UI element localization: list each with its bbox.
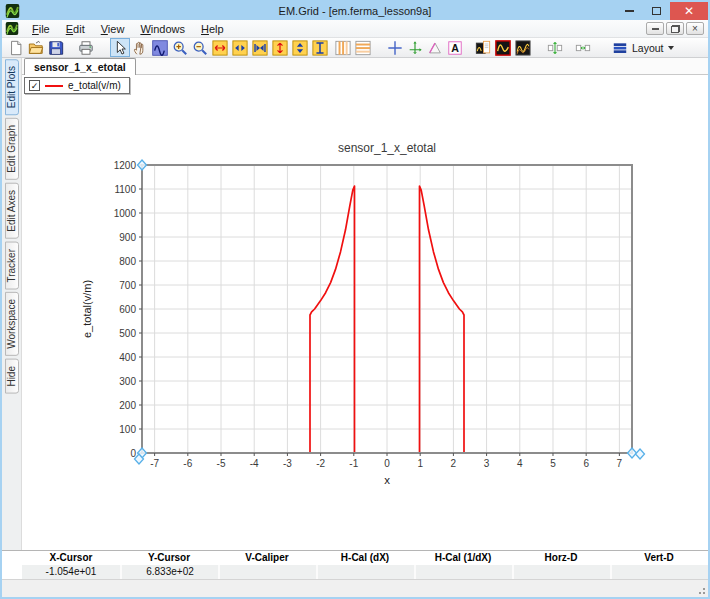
- plot-template-button[interactable]: [473, 38, 493, 57]
- printer-icon: [78, 40, 94, 56]
- chart-canvas[interactable]: -7-6-5-4-3-2-101234567010020030040050060…: [77, 135, 652, 491]
- text-annotation-button[interactable]: [445, 38, 465, 57]
- compress-y-button[interactable]: [290, 38, 310, 57]
- tracker-axes-icon: [407, 40, 423, 56]
- new-file-button[interactable]: [6, 38, 26, 57]
- y-tick-label: 600: [119, 304, 136, 315]
- fit-x-button[interactable]: [250, 38, 270, 57]
- status-header-h-cal-dx: H-Cal (dX): [316, 551, 414, 565]
- y-axis-label: e_total(v/m): [81, 280, 93, 338]
- x-tick-label: -2: [316, 458, 325, 469]
- mdi-restore-icon: [671, 25, 680, 33]
- status-leading-cell: [2, 551, 22, 565]
- crosshair-icon: [387, 40, 403, 56]
- y-tick-label: 200: [119, 400, 136, 411]
- letter-a-icon: [447, 40, 463, 56]
- app-window: EM.Grid - [em.ferma_lesson9a] ✕ FileEdit…: [0, 0, 710, 599]
- menu-help[interactable]: Help: [193, 21, 232, 37]
- open-folder-icon: [28, 40, 44, 56]
- print-button[interactable]: [76, 38, 96, 57]
- compress-x-button[interactable]: [230, 38, 250, 57]
- y-tick-label: 1000: [114, 208, 137, 219]
- cursor-arrow-icon: [112, 40, 128, 56]
- mdi-restore-button[interactable]: [666, 22, 684, 35]
- close-button[interactable]: ✕: [670, 2, 708, 20]
- select-tool-button[interactable]: [110, 38, 130, 57]
- mdi-minimize-button[interactable]: [646, 22, 664, 35]
- sidebar-tab-edit-axes[interactable]: Edit Axes: [5, 183, 19, 239]
- close-icon: ✕: [684, 4, 694, 18]
- x-tick-label: 6: [583, 458, 589, 469]
- status-header-h-cal-1-dx: H-Cal (1/dX): [414, 551, 512, 565]
- sidebar-tab-hide[interactable]: Hide: [5, 359, 19, 394]
- zoom-window-button[interactable]: [150, 38, 170, 57]
- multi-plot-button[interactable]: [513, 38, 533, 57]
- open-file-button[interactable]: [26, 38, 46, 57]
- minimize-button[interactable]: [616, 2, 643, 20]
- zoom-in-button[interactable]: [170, 38, 190, 57]
- save-button[interactable]: [46, 38, 66, 57]
- window-title: EM.Grid - [em.ferma_lesson9a]: [2, 5, 708, 17]
- layout-button[interactable]: Layout: [605, 38, 681, 57]
- sidebar-tab-workspace[interactable]: Workspace: [5, 292, 19, 356]
- status-leading-cell: [2, 565, 22, 579]
- legend-label: e_total(v/m): [68, 80, 121, 91]
- y-tick-label: 800: [119, 256, 136, 267]
- x-tick-label: 3: [484, 458, 490, 469]
- x-tick-label: 2: [451, 458, 457, 469]
- tracker-axes-button[interactable]: [405, 38, 425, 57]
- vertical-bands-button[interactable]: [333, 38, 353, 57]
- layout-label: Layout: [632, 42, 664, 54]
- resize-grip[interactable]: [696, 585, 706, 595]
- x-axis-label: x: [384, 474, 390, 486]
- pan-tool-button[interactable]: [130, 38, 150, 57]
- y-tick-label: 400: [119, 352, 136, 363]
- expand-x-button[interactable]: [210, 38, 230, 57]
- plot-region[interactable]: ✓ e_total(v/m) -7-6-5-4-3-2-101234567010…: [22, 75, 708, 550]
- y-tick-label: 500: [119, 328, 136, 339]
- floppy-disk-icon: [48, 40, 64, 56]
- status-header-x-cursor: X-Cursor: [22, 551, 120, 565]
- status-value-y-cursor: 6.833e+02: [120, 565, 218, 579]
- menu-edit[interactable]: Edit: [58, 21, 93, 37]
- status-header-vert-d: Vert-D: [610, 551, 708, 565]
- y-tick-label: 700: [119, 280, 136, 291]
- expand-y-icon: [272, 40, 288, 56]
- sidebar-tab-edit-plots[interactable]: Edit Plots: [5, 59, 19, 115]
- y-tick-label: 0: [130, 448, 136, 459]
- zoom-window-icon: [152, 40, 168, 56]
- slope-tool-button[interactable]: [425, 38, 445, 57]
- horizontal-bands-button[interactable]: [353, 38, 373, 57]
- menu-file[interactable]: File: [24, 21, 58, 37]
- space-horizontal-button[interactable]: [573, 38, 593, 57]
- sidebar-tab-tracker[interactable]: Tracker: [5, 242, 19, 290]
- expand-y-button[interactable]: [270, 38, 290, 57]
- menu-view[interactable]: View: [93, 21, 133, 37]
- menu-windows[interactable]: Windows: [132, 21, 193, 37]
- compress-x-icon: [232, 40, 248, 56]
- mdi-close-icon: ×: [692, 24, 698, 34]
- x-tick-label: 4: [517, 458, 523, 469]
- mdi-close-button[interactable]: ×: [686, 22, 704, 35]
- mdi-window-buttons: ×: [646, 22, 708, 35]
- status-value-h-cal-dx: [316, 565, 414, 579]
- legend-checkbox[interactable]: ✓: [29, 80, 40, 91]
- status-value-h-cal-1-dx: [414, 565, 512, 579]
- x-tick-label: -5: [217, 458, 226, 469]
- titlebar: EM.Grid - [em.ferma_lesson9a] ✕: [2, 2, 708, 20]
- document-tab-row: sensor_1_x_etotal: [22, 58, 708, 75]
- app-logo-icon: [5, 4, 20, 18]
- fit-y-button[interactable]: [310, 38, 330, 57]
- legend-line-sample: [45, 85, 63, 87]
- crosshair-button[interactable]: [385, 38, 405, 57]
- status-table: X-CursorY-CursorV-CaliperH-Cal (dX)H-Cal…: [2, 550, 708, 579]
- space-vertical-button[interactable]: [545, 38, 565, 57]
- zoom-out-button[interactable]: [190, 38, 210, 57]
- sidebar-tab-edit-graph[interactable]: Edit Graph: [5, 118, 19, 180]
- maximize-icon: [652, 7, 661, 15]
- dark-plot-button[interactable]: [493, 38, 513, 57]
- axis-handle[interactable]: [636, 449, 645, 459]
- document-tab[interactable]: sensor_1_x_etotal: [24, 58, 136, 75]
- status-header-horz-d: Horz-D: [512, 551, 610, 565]
- maximize-button[interactable]: [643, 2, 670, 20]
